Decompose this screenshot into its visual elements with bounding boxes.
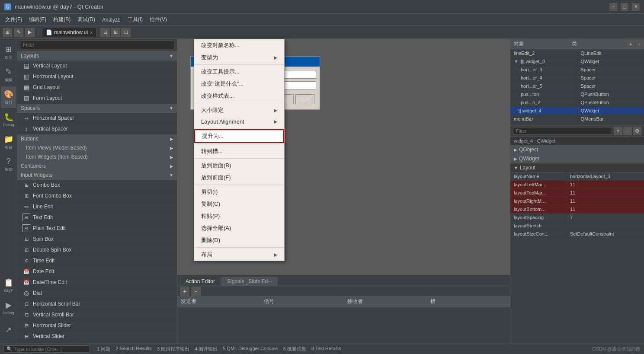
prop-filter-input[interactable] [513, 127, 612, 135]
status-search-input[interactable] [14, 347, 87, 352]
sidebar-debug[interactable]: 🐛 Debug [1, 109, 16, 131]
tab-action-editor[interactable]: Action Editor [180, 277, 221, 286]
prop-value-layoutname[interactable]: horizontalLayout_3 [567, 172, 644, 180]
scroll-up-btn[interactable]: + [627, 40, 634, 48]
widget-plain-text-edit[interactable]: AI Plain Text Edit [17, 223, 177, 234]
canvas-btn-2[interactable]: ⊞ [111, 28, 120, 37]
object-row-widget3[interactable]: ▼ ||| widget_3 QWidget [510, 57, 644, 66]
canvas-cancel-button[interactable]: 取消 [295, 94, 314, 104]
widget-form-layout[interactable]: ▧ Form Layout [17, 93, 177, 104]
prop-value-spacing[interactable]: 7 [567, 214, 644, 221]
menu-controls[interactable]: 控件(V) [146, 15, 170, 24]
ctx-stylesheet[interactable]: 改变样式表... [194, 90, 284, 102]
prop-value-rightmar[interactable]: 11 [567, 197, 644, 205]
status-search-results[interactable]: 2 Search Results [115, 346, 152, 352]
widget-key-sequence-edit[interactable]: ⌨ Key Sequence Edit [17, 342, 177, 344]
category-buttons[interactable]: Buttons ▶ [17, 134, 177, 144]
tab-signals-slots[interactable]: Signals _Slots Ed··· [221, 277, 278, 286]
status-issues[interactable]: 1 问题 [97, 346, 110, 352]
ctx-delete[interactable]: 删除(D) [194, 234, 284, 246]
ctx-cut[interactable]: 剪切(I) [194, 186, 284, 198]
widget-h-scroll-bar[interactable]: ⊟ Horizontal Scroll Bar [17, 299, 177, 309]
ctx-morph[interactable]: 变型为 ▶ [194, 51, 284, 64]
widget-line-edit[interactable]: ▭ Line Edit [17, 201, 177, 212]
object-row-lineedit2[interactable]: lineEdit_2 QLineEdit [510, 49, 644, 57]
category-item-widgets[interactable]: Item Widgets (Item-Based) ▶ [17, 153, 177, 162]
prop-section-qwidget[interactable]: ▶ QWidget [510, 154, 644, 163]
category-input-widgets[interactable]: Input Widgets ▼ [17, 171, 177, 180]
menu-file[interactable]: 文件(F) [2, 15, 26, 24]
widget-grid-layout[interactable]: ▦ Grid Layout [17, 82, 177, 93]
widget-vertical-layout[interactable]: ▤ Vertical Layout [17, 61, 177, 71]
object-row-spacer4[interactable]: hori...er_4 Spacer [510, 74, 644, 82]
widget-v-slider[interactable]: ⊟ Vertical Slider [17, 331, 177, 342]
object-row-pushbtn1[interactable]: pus...ton QPushButton [510, 90, 644, 99]
widget-spin-box[interactable]: ⊡ Spin Box [17, 234, 177, 245]
ctx-size-hint[interactable]: 大小限定 ▶ [194, 104, 284, 116]
ctx-layout-align[interactable]: Layout Alignment ▶ [194, 116, 284, 127]
center-tab-close[interactable]: ✕ [90, 30, 93, 35]
ctx-promote[interactable]: 提升为... [194, 129, 284, 143]
sidebar-design[interactable]: 🎨 设计 [1, 86, 16, 108]
window-controls[interactable]: － □ ✕ [609, 3, 640, 11]
status-search[interactable]: 🔍 [3, 345, 90, 353]
ctx-paste[interactable]: 粘贴(P) [194, 210, 284, 222]
menu-build[interactable]: 构建(B) [50, 15, 74, 24]
prop-section-qobject[interactable]: ▶ QObject [510, 145, 644, 154]
menu-debug[interactable]: 调试(D) [74, 15, 99, 24]
prop-value-sizecon[interactable]: SetDefaultConstraint [567, 230, 644, 238]
prop-value-leftmar[interactable]: 11 [567, 181, 644, 188]
ctx-select-all[interactable]: 选择全部(A) [194, 222, 284, 234]
category-layouts[interactable]: Layouts ▼ [17, 51, 177, 61]
sidebar-help[interactable]: ? 帮助 [1, 154, 16, 175]
object-row-spacer5[interactable]: hori...er_5 Spacer [510, 82, 644, 90]
widget-dial[interactable]: ◎ Dial [17, 288, 177, 299]
canvas-btn-3[interactable]: ⊡ [121, 28, 131, 37]
widget-datetime-edit[interactable]: 📅 Date/Time Edit [17, 277, 177, 288]
prop-value-stretch[interactable] [567, 222, 644, 230]
prop-section-layout[interactable]: ▼ Layout [510, 163, 644, 172]
widget-double-spin-box[interactable]: ⊡ Double Spin Box [17, 245, 177, 255]
canvas-btn-1[interactable]: ⊟ [100, 28, 110, 37]
widget-text-edit[interactable]: AI Text Edit [17, 212, 177, 223]
sidebar-edit[interactable]: ✎ 编辑 [1, 64, 16, 86]
status-test-results[interactable]: 8 Test Results [311, 346, 341, 352]
ctx-tooltip[interactable]: 改变工具提示... [194, 66, 284, 78]
category-containers[interactable]: Containers ▶ [17, 162, 177, 171]
widget-time-edit[interactable]: ⊙ Time Edit [17, 255, 177, 266]
bottom-remove-button[interactable]: - [191, 287, 201, 296]
minimize-button[interactable]: － [609, 3, 617, 11]
sidebar-project[interactable]: 📁 项目 [1, 131, 16, 153]
ctx-change-name[interactable]: 改变对象名称... [194, 39, 284, 51]
bottom-add-button[interactable]: + [180, 287, 189, 296]
ctx-layout[interactable]: 布局 ▶ [194, 249, 284, 261]
widget-font-combo-box[interactable]: ⊞ Font Combo Box [17, 191, 177, 201]
status-app-output[interactable]: 3 应用程序输出 [157, 346, 189, 352]
sidebar-welcome[interactable]: ⊞ 欢迎 [1, 41, 16, 63]
category-spacers[interactable]: Spacers ▼ [17, 104, 177, 113]
category-item-views[interactable]: Item Views (Model-Based) ▶ [17, 144, 177, 153]
scroll-down-btn[interactable]: - [635, 40, 643, 48]
sidebar-debug2[interactable]: ▶ Debug [1, 297, 16, 319]
widget-date-edit[interactable]: 📅 Date Edit [17, 266, 177, 277]
ctx-whatsthis[interactable]: 改变"这是什么"... [194, 78, 284, 90]
widget-horizontal-spacer[interactable]: ↔ Horizontal Spacer [17, 113, 177, 124]
ctx-send-back[interactable]: 放到后面(B) [194, 159, 284, 172]
widget-combo-box[interactable]: ⊞ Combo Box [17, 180, 177, 191]
menu-edit[interactable]: 编辑(E) [26, 15, 50, 24]
object-row-pushbtn2[interactable]: pus...n_2 QPushButton [510, 99, 644, 107]
status-overview[interactable]: 6 概要信息 [283, 346, 306, 352]
prop-value-bottommar[interactable]: 11 [567, 205, 644, 213]
sidebar-day7[interactable]: 📋 day7 [1, 274, 16, 296]
prop-add-btn[interactable]: + [614, 127, 622, 135]
sidebar-extra[interactable]: ↗ [1, 319, 16, 341]
maximize-button[interactable]: □ [621, 3, 628, 11]
close-button[interactable]: ✕ [632, 3, 640, 11]
ctx-copy[interactable]: 复制(C) [194, 198, 284, 210]
widget-vertical-spacer[interactable]: ↕ Vertical Spacer [17, 124, 177, 134]
widget-horizontal-layout[interactable]: ▥ Horizontal Layout [17, 71, 177, 82]
prop-value-topmar[interactable]: 11 [567, 189, 644, 197]
filter-input[interactable] [20, 41, 174, 49]
widget-v-scroll-bar[interactable]: ⊟ Vertical Scroll Bar [17, 309, 177, 320]
status-qml-debugger[interactable]: 5 QML Debugger Console [223, 346, 278, 352]
